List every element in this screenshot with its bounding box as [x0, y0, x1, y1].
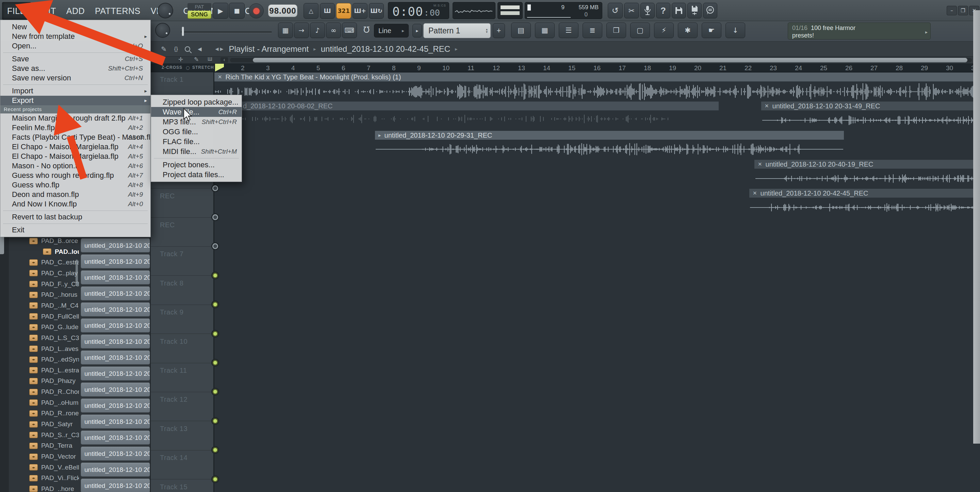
- clip-delete-icon[interactable]: ✕: [765, 103, 769, 109]
- menu-bar-item[interactable]: FILE: [2, 2, 31, 20]
- file-menu-item[interactable]: Maison Margielaa rough draft 2.flpAlt+1: [0, 113, 150, 123]
- file-menu-item[interactable]: Feelin Me.flpAlt+2: [0, 123, 150, 133]
- channel-button[interactable]: untitled_2018-12-10 20-..: [81, 319, 150, 332]
- zcross-label[interactable]: Z-CROSS: [162, 65, 182, 70]
- play-button[interactable]: ▶: [213, 3, 228, 19]
- browser-item[interactable]: ◂▸PAD_..horus: [9, 290, 79, 300]
- browser-item[interactable]: ◂▸PAD_F..y_C3: [9, 279, 79, 289]
- window-control-button[interactable]: ❐: [958, 6, 968, 15]
- playhead-marker[interactable]: [215, 64, 224, 72]
- playlist-title[interactable]: Playlist - Arrangement: [229, 44, 309, 54]
- menu-bar-item[interactable]: ADD: [61, 2, 90, 20]
- file-menu-item[interactable]: New from template▸: [0, 32, 150, 41]
- horizontal-scrollbar-thumb[interactable]: [253, 58, 967, 62]
- panel-toggle-button[interactable]: ▦: [535, 22, 555, 38]
- shuffle-slider-track[interactable]: [181, 31, 272, 33]
- track-header[interactable]: Track 13: [151, 422, 213, 450]
- panel-toggle-button[interactable]: ▢: [630, 22, 650, 38]
- file-menu-item[interactable]: [0, 222, 150, 225]
- pat-mode-button[interactable]: PAT: [188, 3, 211, 10]
- track-header[interactable]: Track 12: [151, 392, 213, 421]
- file-menu-item[interactable]: [0, 51, 150, 54]
- clip-header[interactable]: ▸untitled_2018-12-10 20-29-31_REC: [375, 131, 844, 140]
- track-header[interactable]: Track 8: [151, 276, 213, 305]
- file-menu-item[interactable]: Exit: [0, 225, 150, 235]
- recording-option-button[interactable]: Ш↻: [369, 3, 384, 19]
- right-edge-scrollbar[interactable]: [973, 10, 980, 444]
- track-header[interactable]: Track 10: [151, 334, 213, 363]
- file-menu-item[interactable]: El Chapo - Maison Margielaa.flpAlt+4: [0, 142, 150, 152]
- recording-option-button[interactable]: △: [304, 3, 318, 19]
- track-header[interactable]: REC: [151, 189, 213, 218]
- clip-header[interactable]: ✕untitled_2018-12-10 20-42-45_REC: [749, 189, 980, 198]
- panel-toggle-button[interactable]: ❒: [606, 22, 626, 38]
- stretch-label[interactable]: STRETCH: [192, 65, 214, 70]
- clip-delete-icon[interactable]: ✕: [753, 190, 757, 196]
- track-header[interactable]: Track 7: [151, 247, 213, 276]
- track-led-icon[interactable]: [212, 185, 218, 191]
- browser-item[interactable]: ◂▸PAD_L.S_C3: [9, 333, 79, 343]
- channel-button[interactable]: untitled_2018-12-10 20-..: [81, 335, 150, 348]
- snap-selector[interactable]: Line ▸: [374, 24, 409, 37]
- nav-next-icon[interactable]: ▶: [220, 46, 223, 51]
- edison-record-button[interactable]: [640, 3, 655, 18]
- save-as-button[interactable]: [687, 3, 702, 18]
- file-menu-item[interactable]: Mason - No option.flpAlt+6: [0, 161, 150, 171]
- toolbar-icon-button[interactable]: ⌨: [342, 22, 357, 38]
- clip-delete-icon[interactable]: ✕: [218, 74, 222, 80]
- panel-toggle-button[interactable]: ⚡: [654, 22, 674, 38]
- file-menu-item[interactable]: SaveCtrl+S: [0, 54, 150, 64]
- recording-option-button[interactable]: 321: [336, 3, 351, 19]
- scroll-left-button[interactable]: ‹: [221, 57, 228, 63]
- panel-toggle-button[interactable]: ☰: [559, 22, 579, 38]
- file-menu-item[interactable]: Deon and mason.flpAlt+9: [0, 190, 150, 199]
- snap-magnet-icon[interactable]: Ω: [363, 24, 369, 34]
- zcross-knob-icon[interactable]: ○: [186, 65, 190, 70]
- clip-delete-icon[interactable]: ✕: [758, 161, 762, 167]
- file-menu-item[interactable]: Facts (Playboi Carti Type Beat) - Mason.…: [0, 133, 150, 142]
- browser-item[interactable]: ◂▸PAD_Phazy: [9, 376, 79, 386]
- record-button[interactable]: [249, 3, 264, 18]
- master-pitch-knob[interactable]: [155, 23, 170, 38]
- file-menu-item[interactable]: Recent projects: [0, 105, 150, 113]
- draw-tool-icon[interactable]: ✎: [161, 45, 167, 53]
- channel-button[interactable]: untitled_2018-12-10 20-..: [81, 254, 150, 268]
- file-menu-item[interactable]: Export▸: [0, 96, 150, 105]
- browser-item[interactable]: ◂▸PAD_S..r_C3: [9, 430, 79, 440]
- browser-item[interactable]: ◂▸PAD_C..estra: [9, 257, 79, 267]
- nav-prev-icon[interactable]: ◀: [215, 46, 218, 51]
- clip-header[interactable]: ✕untitled_2018-12-10 20-40-19_REC: [754, 160, 980, 169]
- piano-view-icon[interactable]: Ш: [208, 56, 212, 62]
- toolbar-icon-button[interactable]: ∞: [326, 22, 341, 38]
- move-tool-icon[interactable]: ✛: [178, 56, 183, 63]
- file-menu-item[interactable]: [0, 83, 150, 86]
- channel-button[interactable]: untitled_2018-12-10 20-..: [81, 270, 150, 284]
- channel-button[interactable]: untitled_2018-12-10 20-..: [81, 447, 150, 461]
- file-menu-item[interactable]: Revert to last backup: [0, 212, 150, 222]
- browser-item[interactable]: ◂▸PAD_..M_C4: [9, 300, 79, 311]
- browser-item[interactable]: ◂▸PAD_Terra: [9, 441, 79, 451]
- browser-item[interactable]: ◂▸PAD_L..estra: [9, 365, 79, 375]
- track-header[interactable]: REC: [151, 218, 213, 247]
- panel-toggle-button[interactable]: ✱: [678, 22, 698, 38]
- channel-button[interactable]: untitled_2018-12-10 20-..: [81, 399, 150, 413]
- chat-button[interactable]: [703, 3, 717, 18]
- file-menu-item[interactable]: Save as...Shift+Ctrl+S: [0, 64, 150, 73]
- pattern-nav-button[interactable]: ▸: [412, 24, 422, 37]
- channel-button[interactable]: untitled_2018-12-10 20-..: [81, 383, 150, 396]
- channel-button[interactable]: untitled_2018-12-10 20-..: [81, 367, 150, 380]
- zoom-tool-icon[interactable]: [185, 46, 190, 52]
- file-menu-item[interactable]: Guess who rough recording.flpAlt+7: [0, 171, 150, 180]
- playlist-ruler[interactable]: Z-CROSS ○ STRETCH ▸ 23456789101112131415…: [151, 63, 980, 72]
- export-menu-item[interactable]: Wave file...Ctrl+R: [151, 107, 242, 117]
- track-led-icon[interactable]: [212, 476, 218, 482]
- panel-toggle-button[interactable]: ▤: [511, 22, 531, 38]
- toolbar-icon-button[interactable]: →: [294, 22, 309, 38]
- pattern-selector[interactable]: Pattern 1 ▴▾: [423, 23, 491, 38]
- file-menu-item[interactable]: And Now I Know.flpAlt+0: [0, 199, 150, 209]
- channel-button[interactable]: untitled_2018-12-10 20-..: [81, 238, 150, 252]
- stop-button[interactable]: ■: [229, 3, 245, 19]
- add-pattern-button[interactable]: +: [493, 23, 505, 38]
- audio-preview-icon[interactable]: ◀: [198, 46, 202, 52]
- browser-item[interactable]: ◂▸PAD_C..play: [9, 268, 79, 278]
